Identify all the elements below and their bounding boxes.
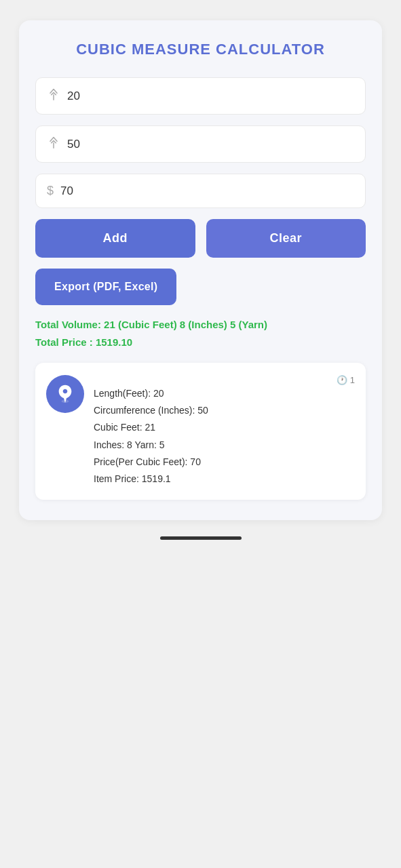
- result-item-card: 🕐 1 Length(Feet): 20 Circumference (Inch…: [35, 363, 366, 500]
- action-buttons: Add Clear: [35, 219, 366, 258]
- total-price: Total Price : 1519.10: [35, 334, 366, 351]
- clear-button[interactable]: Clear: [206, 219, 366, 258]
- circumference-input[interactable]: [67, 138, 354, 151]
- tree-icon-length: [47, 87, 60, 104]
- circumference-input-row: [35, 125, 366, 163]
- result-price-per: Price(Per Cubic Feet): 70: [94, 454, 355, 471]
- result-length: Length(Feet): 20: [94, 385, 355, 402]
- avatar: [46, 375, 84, 413]
- add-button[interactable]: Add: [35, 219, 195, 258]
- result-text: Length(Feet): 20 Circumference (Inches):…: [94, 385, 355, 488]
- result-item-price: Item Price: 1519.1: [94, 471, 355, 488]
- result-details: 🕐 1 Length(Feet): 20 Circumference (Inch…: [94, 375, 355, 488]
- home-indicator: [160, 536, 242, 540]
- length-input-row: [35, 77, 366, 115]
- svg-point-0: [62, 400, 69, 403]
- price-input[interactable]: [60, 184, 354, 198]
- result-index: 🕐 1: [337, 375, 355, 385]
- tree-icon-circumference: [47, 136, 60, 153]
- total-volume: Total Volume: 21 (Cubic Feet) 8 (Inches)…: [35, 316, 366, 334]
- totals-section: Total Volume: 21 (Cubic Feet) 8 (Inches)…: [35, 316, 366, 351]
- dollar-icon: $: [47, 184, 54, 198]
- export-button[interactable]: Export (PDF, Excel): [35, 269, 176, 305]
- price-input-row: $: [35, 174, 366, 208]
- length-input[interactable]: [67, 90, 354, 103]
- page-title: CUBIC MEASURE CALCULATOR: [35, 41, 366, 58]
- clock-icon: 🕐: [337, 375, 347, 385]
- result-cubic-feet: Cubic Feet: 21: [94, 419, 355, 436]
- result-inches-yarn: Inches: 8 Yarn: 5: [94, 437, 355, 454]
- result-circumference: Circumference (Inches): 50: [94, 402, 355, 419]
- result-header: 🕐 1: [94, 375, 355, 385]
